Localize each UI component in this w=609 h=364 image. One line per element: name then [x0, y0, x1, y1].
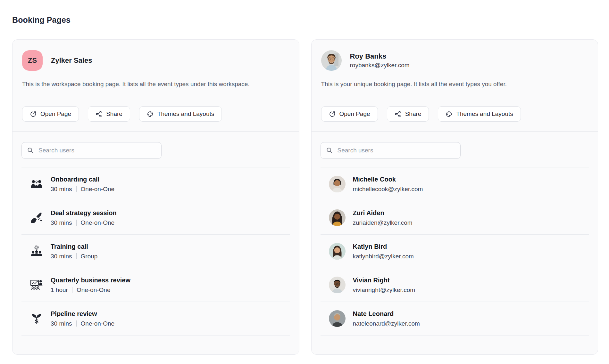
button-label: Open Page — [40, 110, 71, 117]
separator — [76, 253, 77, 259]
event-mode: One-on-One — [77, 286, 111, 294]
event-name: Training call — [51, 243, 97, 251]
event-mode: Group — [81, 253, 98, 260]
user-row[interactable]: Zuri Aiden zuriaiden@zylker.com — [321, 201, 589, 235]
user-info: Nate Leonard nateleonard@zylker.com — [353, 310, 420, 328]
themes-layouts-button[interactable]: Themes and Layouts — [438, 106, 521, 122]
user-email: nateleonard@zylker.com — [353, 320, 420, 328]
button-label: Share — [405, 110, 421, 117]
user-row[interactable]: Michelle Cook michellecook@zylker.com — [321, 167, 589, 201]
personal-actions: Open Page Share — [321, 106, 588, 122]
separator — [76, 220, 77, 226]
event-type-info: Quarterly business review 1 hour One-on-… — [51, 276, 130, 294]
button-label: Open Page — [339, 110, 370, 117]
owner-identity: Roy Banks roybanks@zylker.com — [321, 50, 588, 71]
user-info: Michelle Cook michellecook@zylker.com — [353, 175, 423, 193]
event-type-info: Training call 30 mins Group — [51, 243, 97, 260]
user-info: Vivian Right vivianright@zylker.com — [353, 276, 415, 294]
user-name: Vivian Right — [353, 276, 415, 284]
palette-icon — [147, 111, 154, 117]
handshake-icon — [30, 177, 43, 191]
deal-strategy-icon — [30, 211, 43, 224]
presentation-icon — [30, 278, 43, 292]
event-type-row[interactable]: Training call 30 mins Group — [21, 235, 290, 268]
share-button[interactable]: Share — [88, 106, 130, 122]
open-page-icon — [30, 111, 37, 117]
open-page-button[interactable]: Open Page — [321, 106, 378, 122]
palette-icon — [446, 111, 452, 117]
search-box — [321, 142, 461, 159]
event-meta: 30 mins One-on-One — [51, 185, 114, 193]
event-name: Pipeline review — [51, 310, 114, 318]
event-meta: 30 mins One-on-One — [51, 219, 117, 227]
share-icon — [96, 111, 102, 117]
event-mode: One-on-One — [81, 219, 115, 227]
user-email: michellecook@zylker.com — [353, 185, 423, 193]
user-name: Katlyn Bird — [353, 243, 414, 251]
user-list: Michelle Cook michellecook@zylker.com — [321, 167, 589, 336]
user-email: zuriaiden@zylker.com — [353, 219, 413, 227]
separator — [76, 186, 77, 192]
workspace-actions: Open Page Share — [22, 106, 289, 122]
user-avatar — [329, 176, 346, 192]
user-info: Katlyn Bird katlynbird@zylker.com — [353, 243, 414, 260]
booking-cards-container: ZS Zylker Sales This is the workspace bo… — [12, 39, 598, 355]
user-avatar — [329, 277, 346, 293]
event-type-info: Deal strategy session 30 mins One-on-One — [51, 209, 117, 227]
personal-card-body: Michelle Cook michellecook@zylker.com — [312, 132, 598, 336]
open-page-button[interactable]: Open Page — [22, 106, 79, 122]
owner-info: Roy Banks roybanks@zylker.com — [350, 52, 410, 69]
personal-description: This is your unique booking page. It lis… — [321, 80, 588, 88]
workspace-description: This is the workspace booking page. It l… — [22, 80, 289, 88]
event-type-row[interactable]: Deal strategy session 30 mins One-on-One — [21, 201, 290, 235]
share-button[interactable]: Share — [387, 106, 429, 122]
owner-email: roybanks@zylker.com — [350, 61, 410, 69]
event-meta: 30 mins One-on-One — [51, 320, 114, 328]
separator — [72, 287, 72, 293]
event-duration: 30 mins — [51, 253, 72, 260]
event-type-row[interactable]: Pipeline review 30 mins One-on-One — [21, 302, 290, 336]
user-email: katlynbird@zylker.com — [353, 253, 414, 260]
owner-avatar — [321, 50, 342, 71]
workspace-title: Zylker Sales — [51, 56, 92, 65]
event-mode: One-on-One — [81, 320, 115, 328]
event-name: Deal strategy session — [51, 209, 117, 217]
user-info: Zuri Aiden zuriaiden@zylker.com — [353, 209, 413, 227]
event-type-row[interactable]: Onboarding call 30 mins One-on-One — [21, 167, 290, 201]
event-meta: 1 hour One-on-One — [51, 286, 130, 294]
user-row[interactable]: Katlyn Bird katlynbird@zylker.com — [321, 235, 589, 268]
event-name: Onboarding call — [51, 175, 114, 183]
owner-name: Roy Banks — [350, 52, 410, 61]
event-duration: 30 mins — [51, 320, 72, 328]
separator — [76, 320, 77, 327]
user-name: Nate Leonard — [353, 310, 420, 318]
search-input[interactable] — [21, 142, 162, 159]
event-meta: 30 mins Group — [51, 253, 97, 260]
page-title: Booking Pages — [12, 15, 598, 24]
open-page-icon — [329, 111, 336, 117]
search-input[interactable] — [321, 142, 461, 159]
event-name: Quarterly business review — [51, 276, 130, 284]
booking-pages-screen: Booking Pages ZS Zylker Sales This is th… — [0, 0, 609, 363]
event-duration: 1 hour — [51, 286, 68, 294]
event-type-list: Onboarding call 30 mins One-on-One — [21, 167, 290, 336]
growth-dollar-icon — [30, 312, 43, 325]
user-email: vivianright@zylker.com — [353, 286, 415, 294]
user-name: Michelle Cook — [353, 175, 423, 183]
workspace-card-header: ZS Zylker Sales This is the workspace bo… — [13, 40, 299, 132]
personal-booking-card: Roy Banks roybanks@zylker.com This is yo… — [311, 39, 598, 355]
button-label: Share — [106, 110, 122, 117]
button-label: Themes and Layouts — [456, 110, 513, 117]
workspace-booking-card: ZS Zylker Sales This is the workspace bo… — [12, 39, 299, 355]
event-type-row[interactable]: Quarterly business review 1 hour One-on-… — [21, 268, 290, 302]
button-label: Themes and Layouts — [157, 110, 214, 117]
event-type-info: Onboarding call 30 mins One-on-One — [51, 175, 114, 193]
user-row[interactable]: Nate Leonard nateleonard@zylker.com — [321, 302, 589, 336]
event-duration: 30 mins — [51, 185, 72, 193]
event-type-info: Pipeline review 30 mins One-on-One — [51, 310, 114, 328]
user-avatar — [329, 243, 346, 260]
themes-layouts-button[interactable]: Themes and Layouts — [139, 106, 222, 122]
user-row[interactable]: Vivian Right vivianright@zylker.com — [321, 268, 589, 302]
workspace-identity: ZS Zylker Sales — [22, 50, 289, 71]
event-duration: 30 mins — [51, 219, 72, 227]
